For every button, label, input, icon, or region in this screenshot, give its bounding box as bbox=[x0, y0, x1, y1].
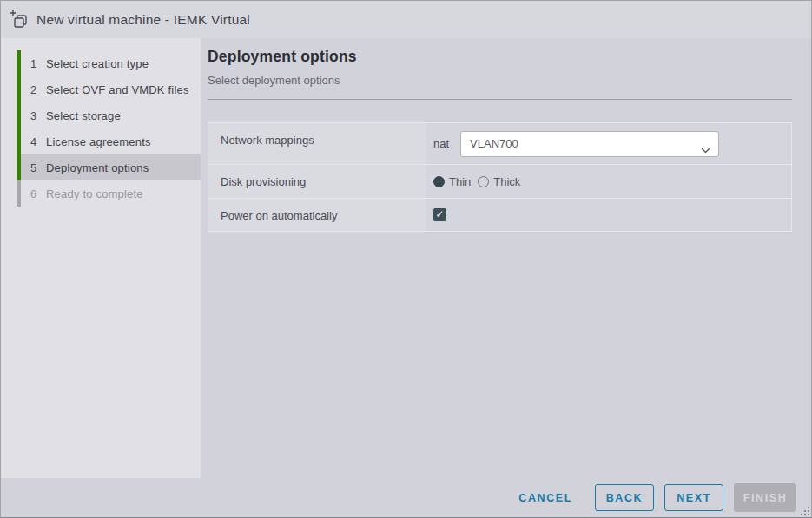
chevron-down-icon bbox=[701, 141, 710, 157]
page-title: Deployment options bbox=[208, 48, 792, 66]
nic-name-label: nat bbox=[433, 137, 449, 150]
step-label: Deployment options bbox=[46, 161, 149, 174]
radio-thin-circle[interactable] bbox=[433, 176, 445, 187]
step-label: Select storage bbox=[46, 109, 121, 122]
network-mappings-row: Network mappings nat VLAN700 bbox=[208, 123, 791, 165]
next-button[interactable]: NEXT bbox=[664, 484, 723, 511]
step-license-agreements[interactable]: 4 License agreements bbox=[1, 128, 201, 154]
page-subtitle: Select deployment options bbox=[208, 74, 792, 87]
power-on-checkbox[interactable]: ✓ bbox=[433, 208, 446, 221]
step-number: 5 bbox=[30, 161, 46, 174]
new-vm-wizard-dialog: New virtual machine - IEMK Virtual 1 Sel… bbox=[0, 0, 812, 518]
cancel-button[interactable]: CANCEL bbox=[506, 485, 584, 511]
window-resize-grip[interactable] bbox=[801, 507, 810, 516]
radio-thin-label: Thin bbox=[449, 175, 471, 188]
step-deployment-options[interactable]: 5 Deployment options bbox=[1, 154, 201, 180]
step-label: License agreements bbox=[46, 135, 151, 148]
network-mappings-label: Network mappings bbox=[208, 123, 426, 164]
step-number: 6 bbox=[30, 187, 46, 200]
radio-thick[interactable]: Thick bbox=[478, 175, 520, 188]
step-label: Select creation type bbox=[46, 57, 149, 70]
radio-thin[interactable]: Thin bbox=[433, 175, 471, 188]
power-on-label: Power on automatically bbox=[208, 199, 426, 231]
step-select-storage[interactable]: 3 Select storage bbox=[1, 102, 201, 128]
step-select-ovf-vmdk-files[interactable]: 2 Select OVF and VMDK files bbox=[1, 76, 201, 102]
radio-thick-circle[interactable] bbox=[478, 176, 489, 187]
step-number: 4 bbox=[30, 135, 46, 148]
step-label: Ready to complete bbox=[46, 187, 143, 200]
power-on-row: Power on automatically ✓ bbox=[208, 199, 791, 232]
network-mapping-select[interactable]: VLAN700 bbox=[460, 131, 719, 157]
radio-thick-label: Thick bbox=[493, 175, 520, 188]
step-number: 3 bbox=[30, 109, 46, 122]
header-divider bbox=[208, 99, 792, 100]
finish-button: FINISH bbox=[734, 483, 796, 512]
selected-network: VLAN700 bbox=[470, 137, 518, 150]
wizard-footer: CANCEL BACK NEXT FINISH bbox=[1, 478, 811, 517]
disk-provisioning-radio-group: Thin Thick bbox=[433, 175, 527, 188]
dialog-title: New virtual machine - IEMK Virtual bbox=[36, 12, 250, 28]
main-panel: Deployment options Select deployment opt… bbox=[201, 38, 811, 478]
step-label: Select OVF and VMDK files bbox=[46, 83, 189, 96]
step-select-creation-type[interactable]: 1 Select creation type bbox=[1, 50, 201, 76]
new-vm-icon bbox=[9, 10, 30, 30]
disk-provisioning-row: Disk provisioning Thin Thick bbox=[208, 165, 791, 199]
step-number: 2 bbox=[30, 83, 46, 96]
disk-provisioning-label: Disk provisioning bbox=[208, 165, 426, 198]
step-number: 1 bbox=[30, 57, 46, 70]
deployment-options-form: Network mappings nat VLAN700 bbox=[208, 122, 792, 232]
step-ready-to-complete[interactable]: 6 Ready to complete bbox=[1, 180, 201, 207]
back-button[interactable]: BACK bbox=[595, 484, 654, 511]
dialog-titlebar: New virtual machine - IEMK Virtual bbox=[1, 1, 811, 38]
wizard-steps-sidebar: 1 Select creation type 2 Select OVF and … bbox=[1, 38, 201, 478]
